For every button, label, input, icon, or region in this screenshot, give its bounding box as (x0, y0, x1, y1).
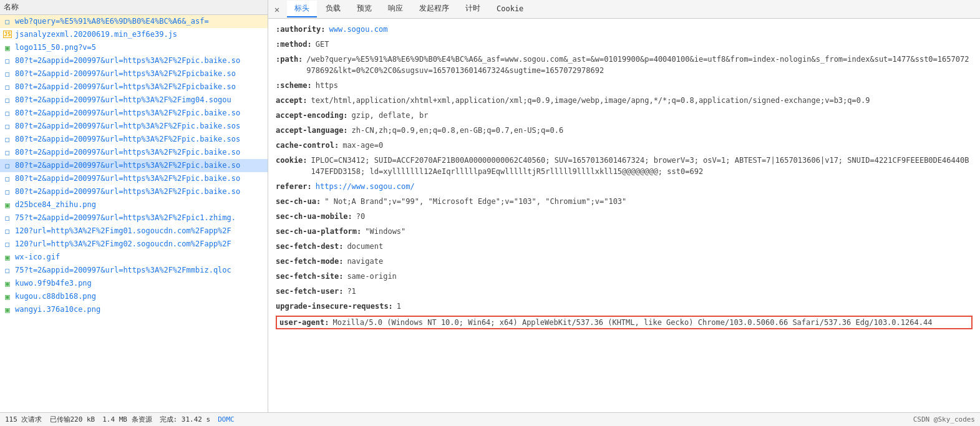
file-icon: ▣ (2, 200, 12, 210)
file-icon: ◻ (2, 160, 12, 170)
list-item-text: 80?t=2&appid-200997&url=https%3A%2F%2Fpi… (15, 82, 236, 91)
header-row: :authority:www.sogou.com (276, 24, 973, 35)
header-value: ?1 (347, 286, 973, 297)
list-item-text: d25bce84_zhihu.png (15, 200, 96, 209)
file-icon: ◻ (2, 121, 12, 131)
list-item[interactable]: ◻web?query=%E5%91%A8%E6%9D%B0%E4%BC%A6&_… (0, 15, 268, 28)
header-value: "Windows" (365, 226, 973, 237)
tab-preview[interactable]: 预览 (349, 1, 379, 17)
tab-bar: ✕ 标头负载预览响应发起程序计时Cookie (268, 0, 980, 19)
list-item[interactable]: ◻75?t=2&appid=200997&url=https%3A%2F%2Fm… (0, 264, 268, 277)
tab-timing[interactable]: 计时 (458, 1, 488, 17)
header-key: accept: (276, 95, 308, 106)
finish-time: 完成: 31.42 s (160, 415, 211, 424)
list-item[interactable]: ◻75?t=2&appid=200997&url=https%3A%2F%2Fp… (0, 211, 268, 225)
left-panel-header: 名称 (0, 0, 268, 15)
left-panel: 名称 ◻web?query=%E5%91%A8%E6%9D%B0%E4%BC%A… (0, 0, 268, 412)
header-value: " Not;A Brand";v="99", "Microsoft Edge";… (324, 196, 973, 207)
status-bar: 115 次请求 已传输220 kB 1.4 MB 条资源 完成: 31.42 s… (0, 412, 980, 426)
list-item[interactable]: ◻80?t=2&appid=200997&url=http%3A%2F%2Fim… (0, 94, 268, 107)
list-item[interactable]: ▣wangyi.376a10ce.png (0, 303, 268, 316)
header-value: www.sogou.com (329, 24, 973, 35)
list-item[interactable]: ◻80?t=2&appid-200997&url=https%3A%2F%2Fp… (0, 67, 268, 80)
list-item[interactable]: JSjsanalyzexml.20200619.min_e3f6e39.js (0, 28, 268, 41)
list-item[interactable]: ◻80?t=2&appid=200997&url=https%3A%2F%2Fp… (0, 146, 268, 159)
list-item-text: 80?t=2&appid=200997&url=https%3A%2F%2Fpi… (15, 161, 240, 170)
header-value: gzip, deflate, br (352, 110, 973, 121)
header-key: sec-ch-ua: (276, 196, 321, 207)
list-item[interactable]: ◻80?t=2&appid=200997&url=https%3A%2F%2Fp… (0, 172, 268, 185)
list-item-text: 80?t=2&appid=200997&url=https%3A%2F%2Fpi… (15, 187, 240, 196)
file-icon: ◻ (2, 186, 12, 196)
list-item[interactable]: ◻80?t=2&appid-200997&url=https%3A%2F%2Fp… (0, 80, 268, 94)
header-value: document (347, 241, 973, 252)
list-item-text: 80?t=2&appid-200997&url=https%3A%2F%2Fpi… (15, 69, 236, 78)
header-key: :path: (276, 54, 303, 65)
header-row: :method:GET (276, 39, 973, 50)
header-value: zh-CN,zh;q=0.9,en;q=0.8,en-GB;q=0.7,en-U… (352, 125, 973, 136)
header-key: cache-control: (276, 140, 339, 151)
header-row: accept:text/html,application/xhtml+xml,a… (276, 95, 973, 106)
header-key: referer: (276, 181, 312, 192)
list-item[interactable]: ▣kugou.c88db168.png (0, 290, 268, 303)
header-value: https://www.sogou.com/ (316, 181, 973, 192)
header-key: sec-fetch-dest: (276, 241, 343, 252)
tab-initiator[interactable]: 发起程序 (412, 1, 457, 17)
header-value: GET (316, 39, 973, 50)
list-item-text: jsanalyzexml.20200619.min_e3f6e39.js (15, 30, 177, 39)
list-item-text: wangyi.376a10ce.png (15, 305, 100, 314)
list-item-text: 80?t=2&appid=200997&url=https%3A%2F%2Fpi… (15, 109, 240, 117)
file-icon: ▣ (2, 291, 12, 301)
tab-cookie[interactable]: Cookie (489, 2, 531, 17)
list-item[interactable]: ▣logo115_50.png?v=5 (0, 41, 268, 54)
header-value: ?0 (356, 211, 973, 222)
header-key: accept-encoding: (276, 110, 348, 121)
list-item[interactable]: ◻120?url=http%3A%2F%2Fimg01.sogoucdn.com… (0, 225, 268, 238)
header-value: same-origin (347, 271, 973, 282)
tab-headers[interactable]: 标头 (287, 1, 317, 17)
header-row: cookie:IPLOC=CN3412; SUID=ACCF2070AF21B0… (276, 155, 973, 177)
close-button[interactable]: ✕ (271, 3, 283, 16)
header-value: 1 (397, 301, 973, 312)
header-row: cache-control:max-age=0 (276, 140, 973, 151)
header-key: :method: (276, 39, 312, 50)
file-list[interactable]: ◻web?query=%E5%91%A8%E6%9D%B0%E4%BC%A6&_… (0, 15, 268, 412)
header-row: :path:/web?query=%E5%91%A8%E6%9D%B0%E4%B… (276, 54, 973, 76)
file-icon: ◻ (2, 69, 12, 79)
resource-size: 1.4 MB 条资源 (102, 415, 152, 424)
list-item[interactable]: ▣kuwo.9f9b4fe3.png (0, 277, 268, 290)
header-row: accept-encoding:gzip, deflate, br (276, 110, 973, 121)
header-key: :authority: (276, 24, 325, 35)
list-item[interactable]: ▣d25bce84_zhihu.png (0, 198, 268, 211)
list-item[interactable]: ◻80?t=2&appid=200997&url=https%3A%2F%2Fp… (0, 107, 268, 120)
list-item[interactable]: ◻80?t=2&appid=200997&url=https%3A%2F%2Fp… (0, 159, 268, 172)
header-value: text/html,application/xhtml+xml,applicat… (311, 95, 973, 106)
file-icon: ▣ (2, 278, 12, 288)
list-item[interactable]: ▣wx-ico.gif (0, 251, 268, 264)
file-icon: ◻ (2, 82, 12, 92)
file-icon: ◻ (2, 173, 12, 183)
list-item[interactable]: ◻120?url=http%3A%2F%2Fimg02.sogoucdn.com… (0, 238, 268, 251)
header-key: sec-fetch-mode: (276, 256, 343, 267)
header-row: sec-ch-ua:" Not;A Brand";v="99", "Micros… (276, 196, 973, 207)
tab-response[interactable]: 响应 (381, 1, 410, 17)
list-item-text: 80?t=2&appid=200997&url=https%3A%2F%2Fpi… (15, 56, 240, 65)
file-icon: ◻ (2, 213, 12, 223)
header-row: sec-fetch-mode:navigate (276, 256, 973, 267)
list-item[interactable]: ◻80?t=2&appid=200997&url=https%3A%2F%2Fp… (0, 54, 268, 67)
file-icon: ◻ (2, 265, 12, 275)
header-row: referer:https://www.sogou.com/ (276, 181, 973, 192)
list-item[interactable]: ◻80?t=2&appid=200997&url=http%3A%2F%2Fpi… (0, 133, 268, 146)
header-row: upgrade-insecure-requests:1 (276, 301, 973, 312)
header-value: https (316, 80, 973, 91)
tab-payload[interactable]: 负载 (318, 1, 348, 17)
list-item[interactable]: ◻80?t=2&appid=200997&url=https%3A%2F%2Fp… (0, 185, 268, 198)
list-item[interactable]: ◻80?t=2&appid=200997&url=http%3A%2F%2Fpi… (0, 120, 268, 133)
file-icon: ◻ (2, 56, 12, 65)
header-key: sec-fetch-site: (276, 271, 343, 282)
main-container: 名称 ◻web?query=%E5%91%A8%E6%9D%B0%E4%BC%A… (0, 0, 980, 412)
file-icon: ◻ (2, 239, 12, 249)
file-icon: ◻ (2, 108, 12, 118)
list-item-text: 120?url=http%3A%2F%2Fimg01.sogoucdn.com%… (15, 226, 231, 235)
header-key: :scheme: (276, 80, 312, 91)
